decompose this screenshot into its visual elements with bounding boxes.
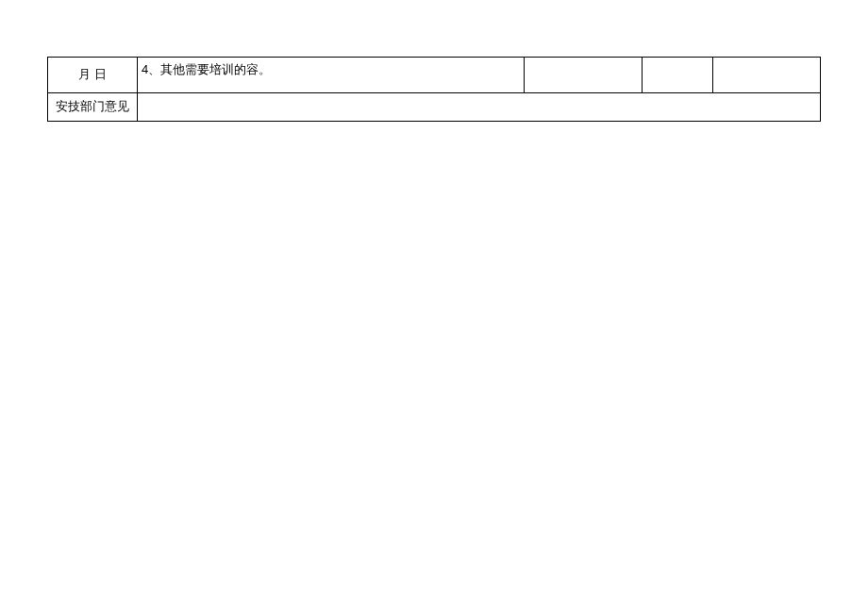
empty-cell-1 [525,58,643,93]
empty-cell-3 [713,58,821,93]
safety-dept-opinion-label: 安技部门意见 [48,93,138,122]
training-content-cell: 4、其他需要培训的容。 [138,58,525,93]
table-row: 安技部门意见 [48,93,821,122]
date-cell: 月 日 [48,58,138,93]
safety-dept-opinion-content [138,93,821,122]
table-row: 月 日 4、其他需要培训的容。 [48,58,821,93]
empty-cell-2 [643,58,713,93]
training-table: 月 日 4、其他需要培训的容。 安技部门意见 [47,57,821,122]
